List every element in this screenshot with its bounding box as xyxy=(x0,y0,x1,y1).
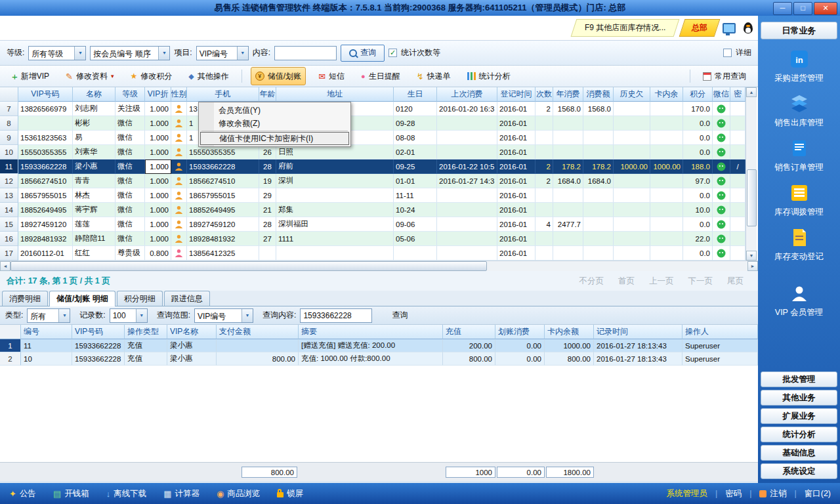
column-header-bal[interactable]: 卡内余 xyxy=(650,87,683,102)
statusbar-item[interactable]: ✦公告 xyxy=(9,488,36,499)
column-header-pay[interactable]: 支付金额 xyxy=(217,325,299,339)
qq-icon[interactable] xyxy=(744,22,753,33)
common-query-button[interactable]: 常用查询 xyxy=(699,68,750,85)
horizontal-scroll-thumb[interactable] xyxy=(10,261,487,271)
statusbar-item[interactable]: ↓离线下载 xyxy=(106,488,147,499)
column-header-last[interactable]: 上次消费 xyxy=(437,87,497,102)
sidebar-item-stock-change[interactable]: 库存变动登记 xyxy=(758,228,840,262)
sidebar-item-vip-management[interactable]: VIP 会员管理 xyxy=(758,284,840,318)
scroll-up-icon[interactable]: ▲ xyxy=(746,87,757,97)
logout-button[interactable]: 注销 xyxy=(759,488,786,499)
column-header-gender[interactable]: 性别 xyxy=(171,87,187,102)
range-select[interactable]: VIP编号 xyxy=(194,308,253,323)
extended-business-button[interactable]: 扩展业务 xyxy=(761,408,837,424)
table-row[interactable]: 11115933662228充值梁小惠[赠送充值] 赠送充值: 200.0020… xyxy=(0,339,758,352)
stats-checkbox[interactable] xyxy=(388,49,397,57)
order-select[interactable]: 按会员编号 顺序 xyxy=(90,46,170,60)
sidebar-item-stock-transfer[interactable]: 库存调拨管理 xyxy=(758,183,840,218)
column-header-num[interactable] xyxy=(0,87,18,102)
recharge-deduct-button[interactable]: ¥储值/划账 xyxy=(251,67,306,85)
scroll-down-icon[interactable]: ▼ xyxy=(746,251,757,261)
next-page-link[interactable]: 下一页 xyxy=(688,276,713,287)
no-paging-link[interactable]: 不分页 xyxy=(579,276,604,287)
express-order-button[interactable]: ↯快递单 xyxy=(413,68,455,85)
tab-follow-up[interactable]: 跟进信息 xyxy=(164,291,210,306)
detail-checkbox[interactable] xyxy=(723,49,732,57)
other-operations-button[interactable]: ◆其他操作 xyxy=(184,68,232,85)
table-row[interactable]: 8彬彬微信1.000109-282016-010.0 xyxy=(0,116,758,131)
minimize-button[interactable]: ─ xyxy=(773,2,792,15)
horizontal-scroll-track[interactable] xyxy=(10,261,747,271)
monitor-icon[interactable] xyxy=(723,23,736,33)
column-header-debt[interactable]: 历史欠 xyxy=(614,87,650,102)
store-tab[interactable]: 总部 xyxy=(679,19,721,37)
column-header-year[interactable]: 年消费 xyxy=(553,87,583,102)
vertical-scrollbar[interactable]: ▲ ▼ xyxy=(746,87,757,261)
column-header-vip[interactable]: VIP号码 xyxy=(18,87,73,102)
tab-consume-detail[interactable]: 消费明细 xyxy=(2,291,48,306)
horizontal-scrollbar[interactable]: ◄ ► xyxy=(0,261,758,271)
edit-points-button[interactable]: ★修改积分 xyxy=(127,68,177,85)
table-row[interactable]: 1015550355355刘素华微信1.0001555035535526日照02… xyxy=(0,145,758,159)
other-business-button[interactable]: 其他业务 xyxy=(761,390,837,406)
new-vip-button[interactable]: +新增VIP xyxy=(8,68,53,85)
column-header-wechat[interactable]: 微信 xyxy=(713,87,730,102)
table-row[interactable]: 1218566274510青青微信1.0001856627451019深圳01-… xyxy=(0,174,758,188)
scroll-left-icon[interactable]: ◄ xyxy=(0,261,10,271)
column-header-level[interactable]: 等级 xyxy=(116,87,145,102)
context-menu-item[interactable]: 修改余额(Z) xyxy=(200,117,349,130)
column-header-balance[interactable]: 卡内余额 xyxy=(545,325,594,339)
table-row[interactable]: 713826566979刘志刚关注级1.0001301202016-01-20 … xyxy=(0,102,758,116)
maximize-button[interactable]: □ xyxy=(793,2,812,15)
query-content-input[interactable]: 15933662228 xyxy=(300,308,372,323)
column-header-recharge[interactable]: 充值 xyxy=(443,325,495,339)
statusbar-item[interactable]: ◉商品浏览 xyxy=(217,488,260,499)
f9-other-stores-tab[interactable]: F9 其他店面库存情况... xyxy=(570,19,679,37)
column-header-age[interactable]: 年龄 xyxy=(259,87,276,102)
vertical-scroll-track[interactable] xyxy=(746,97,757,251)
stats-analysis-button[interactable]: 统计分析 xyxy=(463,68,514,85)
birthday-reminder-button[interactable]: ●生日提醒 xyxy=(357,68,404,85)
stats-analysis-nav-button[interactable]: 统计分析 xyxy=(761,427,837,442)
basic-info-button[interactable]: 基础信息 xyxy=(761,445,837,461)
statusbar-item[interactable]: ▦计算器 xyxy=(163,488,200,499)
vertical-scroll-thumb[interactable] xyxy=(747,169,757,226)
column-header-times[interactable]: 次数 xyxy=(536,87,553,102)
table-row[interactable]: 1318657955015林杰微信1.000186579550152911-11… xyxy=(0,188,758,203)
table-row[interactable]: 21015933662228充值梁小惠800.00充值: 1000.00 付款:… xyxy=(0,352,758,366)
level-select[interactable]: 所有等级 xyxy=(28,46,86,60)
first-page-link[interactable]: 首页 xyxy=(618,276,635,287)
column-header-birth[interactable]: 生日 xyxy=(394,87,437,102)
table-row[interactable]: 1115933662228梁小惠微信1.0001593366222828府前09… xyxy=(0,159,758,174)
column-header-num[interactable] xyxy=(0,325,21,339)
window-count-button[interactable]: 窗口(2) xyxy=(805,488,831,499)
statusbar-item[interactable]: 锁屏 xyxy=(277,488,303,499)
search-button[interactable]: 查询 xyxy=(341,45,385,62)
sms-button[interactable]: ✉短信 xyxy=(314,68,348,85)
column-header-pwd[interactable]: 密 xyxy=(730,87,746,102)
context-menu-item[interactable]: 会员充值(Y) xyxy=(200,104,349,117)
sidebar-item-sales-outbound[interactable]: 销售出库管理 xyxy=(758,94,840,129)
wholesale-management-button[interactable]: 批发管理 xyxy=(761,371,837,387)
column-header-pts[interactable]: 积分 xyxy=(683,87,713,102)
type-select[interactable]: 所有 xyxy=(27,308,70,323)
column-header-phone[interactable]: 手机 xyxy=(187,87,259,102)
table-row[interactable]: 1418852649495蒋宇辉微信1.0001885264949521郑集10… xyxy=(0,203,758,217)
detail-search-button[interactable]: 查询 xyxy=(392,310,408,321)
statusbar-item[interactable]: ▤开钱箱 xyxy=(53,488,89,499)
sidebar-item-sales-orders[interactable]: 销售订单管理 xyxy=(758,138,840,173)
item-select[interactable]: VIP编号 xyxy=(196,46,249,60)
table-row[interactable]: 1518927459120莲莲微信1.0001892745912028深圳福田0… xyxy=(0,217,758,232)
column-header-time[interactable]: 记录时间 xyxy=(594,325,682,339)
column-header-cons[interactable]: 消费额 xyxy=(583,87,614,102)
password-button[interactable]: 密码 xyxy=(725,488,742,499)
close-button[interactable]: ✕ xyxy=(814,2,837,15)
table-row[interactable]: 1720160112-01红红尊贵级0.800138564123252016-0… xyxy=(0,246,758,261)
records-select[interactable]: 100 xyxy=(110,308,148,323)
column-header-name[interactable]: VIP名称 xyxy=(167,325,217,339)
current-user-label[interactable]: 系统管理员 xyxy=(666,488,707,499)
column-header-disc[interactable]: VIP折 xyxy=(145,87,171,102)
prev-page-link[interactable]: 上一页 xyxy=(649,276,674,287)
sidebar-header-daily-business[interactable]: 日常业务 xyxy=(761,22,837,39)
last-page-link[interactable]: 尾页 xyxy=(727,276,744,287)
